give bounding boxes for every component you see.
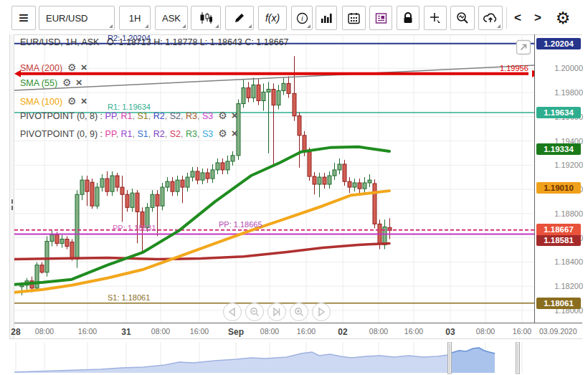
legend-row: SMA (200)⚙× — [20, 61, 87, 73]
info-button[interactable]: i — [291, 6, 313, 30]
pivot-level-token: R2 — [153, 129, 165, 139]
range-navigator[interactable] — [14, 342, 535, 375]
time-tick-label: 31 — [121, 327, 131, 337]
crosshair-icon — [430, 12, 442, 24]
indicator-settings-icon[interactable]: ⚙ — [67, 95, 77, 107]
symbol-select[interactable]: EUR/USD — [39, 6, 115, 30]
trading-app: { "toolbar":{ "symbol":"EUR/USD","interv… — [0, 0, 588, 375]
step-back-button[interactable] — [223, 303, 242, 321]
volume-button[interactable] — [316, 6, 337, 30]
price-type-select[interactable]: ASK — [155, 6, 188, 30]
indicator-remove-icon[interactable]: × — [81, 95, 87, 107]
time-tick-label: 16:00 — [404, 327, 423, 336]
price-badge: 1.18581 — [536, 234, 581, 246]
legend-row: PIVOTPOINT (0, 9) : PP, R1, S1, R2, S2, … — [20, 127, 238, 139]
indicator-label: PIVOTPOINT (0, 8) — [20, 111, 98, 121]
candlestick-icon — [199, 11, 212, 24]
chevron-right-icon: > — [534, 11, 541, 25]
skip-to-end-button[interactable] — [267, 303, 286, 321]
time-tick-label: 08:00 — [476, 327, 495, 336]
panel-handle — [11, 206, 13, 210]
settings-button[interactable]: ⚙ — [551, 6, 575, 30]
news-button[interactable] — [369, 6, 392, 30]
gear-icon: ⚙ — [556, 10, 571, 27]
price-tick-label: 1.19200 — [554, 161, 583, 169]
price-badge: 1.19334 — [536, 143, 581, 155]
level-label: 1.19956 — [500, 64, 528, 72]
pivot-level-token: PP — [105, 111, 116, 121]
time-tick-label: 16:00 — [78, 327, 97, 336]
pivot-level-token: S3 — [202, 111, 213, 121]
lock-button[interactable] — [397, 6, 419, 30]
time-tick-label: 08:00 — [260, 327, 279, 336]
ohlc-values: O: 1.18713 H: 1.18778 L: 1.18643 C: 1.18… — [107, 37, 289, 47]
navigator-top-border — [9, 338, 582, 339]
side-panel-strip[interactable] — [9, 34, 14, 338]
popout-button[interactable] — [516, 39, 531, 55]
calendar-button[interactable] — [342, 6, 366, 30]
indicator-label: SMA (55) — [20, 78, 57, 88]
scroll-right-button[interactable]: > — [528, 6, 548, 30]
time-tick-label: 16:00 — [513, 327, 531, 336]
pivot-level-token: R3 — [186, 129, 197, 139]
zoom-out-button[interactable] — [450, 6, 475, 30]
indicator-label: SMA (100) — [20, 97, 62, 107]
zoom-out-button[interactable] — [245, 303, 264, 321]
time-tick-label: 08:00 — [369, 327, 388, 336]
time-tick-label: 08:00 — [35, 327, 54, 336]
price-type-label: ASK — [162, 13, 181, 24]
indicator-label: SMA (200) — [20, 63, 62, 73]
chart-plot-area[interactable] — [14, 34, 535, 323]
indicator-remove-icon[interactable]: × — [76, 76, 82, 88]
ohlc-symbol: EUR/USD, 1H, ASK — [20, 37, 99, 47]
navigator-handle[interactable] — [448, 342, 452, 374]
hamburger-icon: ≡ — [19, 9, 29, 27]
indicator-settings-icon[interactable]: ⚙ — [62, 77, 72, 88]
indicators-button[interactable]: f(x) — [258, 6, 287, 30]
pivot-level-token: PP — [105, 129, 116, 139]
pivot-level-token: S2 — [170, 129, 181, 139]
price-tick-label: 1.18400 — [554, 257, 583, 266]
popout-icon — [516, 39, 531, 55]
info-icon: i — [296, 12, 308, 24]
menu-button[interactable]: ≡ — [11, 6, 36, 30]
scroll-left-button[interactable]: < — [508, 6, 528, 30]
price-badge: 1.18061 — [536, 298, 581, 309]
crosshair-button[interactable] — [424, 6, 447, 30]
svg-text:i: i — [301, 14, 303, 22]
indicator-settings-icon[interactable]: ⚙ — [218, 128, 227, 139]
symbol-label: EUR/USD — [46, 13, 88, 24]
navigator-area — [14, 348, 495, 373]
price-tick-label: 1.18800 — [554, 209, 583, 218]
indicator-remove-icon[interactable]: × — [232, 109, 238, 121]
toolbar-separator — [506, 7, 507, 29]
chevron-left-icon: < — [514, 11, 521, 25]
pivot-level-token: S1 — [138, 129, 148, 139]
price-tick-label: 1.19800 — [554, 88, 583, 97]
zoom-in-button[interactable] — [290, 303, 308, 321]
time-axis-line — [14, 323, 582, 323]
indicator-settings-icon[interactable]: ⚙ — [218, 110, 227, 121]
indicator-settings-icon[interactable]: ⚙ — [67, 62, 77, 73]
pivot-level-token: S2 — [170, 111, 181, 121]
navigator-handle[interactable] — [516, 342, 520, 374]
price-badge: 1.20204 — [536, 38, 581, 49]
indicator-label: PIVOTPOINT (0, 9) — [20, 129, 98, 139]
time-tick-label: 08:00 — [151, 327, 170, 336]
panel-handle — [11, 199, 13, 204]
timeframe-select[interactable]: 1H — [119, 6, 151, 30]
legend-row: SMA (100)⚙× — [20, 95, 87, 107]
pivot-level-token: R2 — [153, 111, 165, 121]
level-label: S1: 1.18061 — [108, 293, 150, 302]
step-forward-button[interactable] — [312, 303, 331, 321]
chart-type-button[interactable] — [191, 6, 221, 30]
price-badge: 1.19010 — [536, 182, 581, 194]
pencil-icon — [234, 12, 245, 24]
indicator-remove-icon[interactable]: × — [81, 61, 87, 73]
time-tick-label: 16:00 — [190, 327, 209, 336]
indicator-remove-icon[interactable]: × — [232, 127, 238, 139]
cloud-save-button[interactable] — [478, 6, 503, 30]
cloud-upload-icon — [483, 12, 498, 24]
price-tick-label: 1.18200 — [554, 282, 583, 290]
draw-tools-button[interactable] — [225, 6, 254, 30]
